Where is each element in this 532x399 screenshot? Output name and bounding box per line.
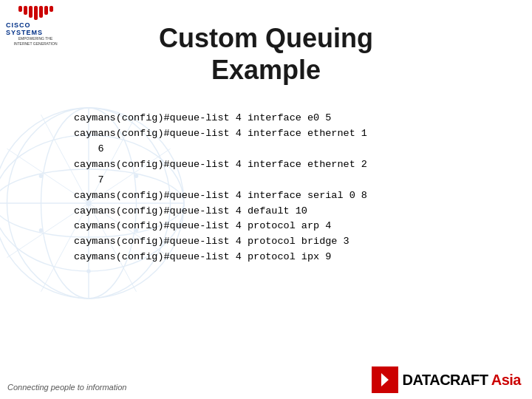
- page-title: Custom Queuing Example: [0, 22, 532, 86]
- cisco-bars-icon: [6, 6, 65, 20]
- footer-text: Connecting people to information: [7, 383, 126, 392]
- datacraft-icon: [372, 366, 398, 393]
- datacraft-logo: DATACRAFT Asia: [372, 366, 521, 393]
- code-block: caymans(config)#queue-list 4 interface e…: [74, 111, 510, 265]
- code-content: caymans(config)#queue-list 4 interface e…: [74, 111, 510, 265]
- svg-point-14: [39, 228, 44, 233]
- svg-point-12: [39, 174, 44, 178]
- datacraft-play-icon: [381, 373, 389, 386]
- svg-point-17: [86, 269, 91, 273]
- datacraft-text: DATACRAFT Asia: [403, 372, 521, 389]
